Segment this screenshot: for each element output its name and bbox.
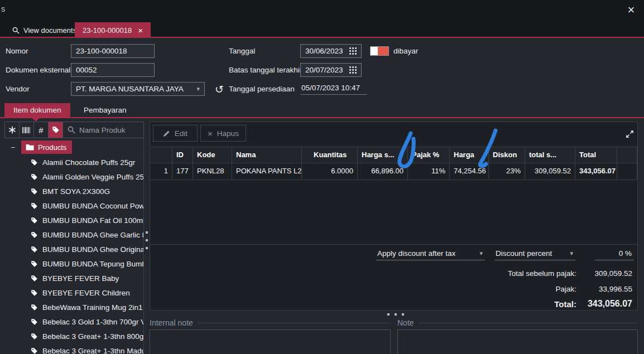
tree-item[interactable]: BUMBU BUNDA Fat Oil 100ml <box>4 213 143 227</box>
item-table-panel: Edit × Hapus ID Kode Nama Kuantitas Harg… <box>150 122 638 311</box>
tab-close-icon[interactable]: × <box>138 26 143 35</box>
nomor-label: Nomor <box>6 47 28 55</box>
filter-all-button[interactable] <box>5 122 20 138</box>
caret-down-icon: ▾ <box>570 250 573 257</box>
internal-note-label: Internal note <box>150 318 193 327</box>
vendor-select[interactable]: PT. MARGA NUSANTARA JAYA ▾ <box>71 82 205 96</box>
batas-tanggal-input[interactable]: 20/07/2023 <box>300 63 362 77</box>
tree-item[interactable]: Bebelac 3 Gold 1-3thn 700gr Van <box>4 314 143 329</box>
note-textarea[interactable] <box>397 329 638 354</box>
product-search-input[interactable]: Nama Produk <box>63 122 143 138</box>
divider <box>198 323 391 323</box>
tag-icon <box>31 260 38 268</box>
tanggal-input[interactable]: 30/06/2023 <box>300 44 362 58</box>
discount-mode-select[interactable]: Apply discount after tax ▾ <box>376 248 485 260</box>
col-kuantitas[interactable]: Kuantitas <box>310 147 358 163</box>
tree-root-label: Products <box>38 143 66 152</box>
tree-item[interactable]: BUMBU BUNDA Ghee Garlic 80g <box>4 227 143 242</box>
tag-icon <box>31 347 38 354</box>
paid-toggle-knob <box>371 47 378 55</box>
tree-item[interactable]: BUMBU BUNDA Ghee Original 80 <box>4 242 143 256</box>
tree-item[interactable]: BebeWawa Training Mug 2in1 30 <box>4 300 143 314</box>
tab-pembayaran[interactable]: Pembayaran <box>75 103 136 117</box>
folder-icon <box>26 144 34 151</box>
paid-toggle[interactable] <box>370 46 389 56</box>
section-tabstrip: Item dokumen Pembayaran <box>0 103 644 118</box>
tree-item[interactable]: BYEBYE FEVER Children <box>4 285 143 300</box>
discount-type-select[interactable]: Discount percent ▾ <box>494 248 575 260</box>
tag-icon <box>31 217 38 224</box>
col-pajak[interactable]: Pajak % <box>408 147 450 163</box>
tree-item[interactable]: BMT SOYA 2X300G <box>4 184 143 198</box>
calendar-icon <box>349 66 357 74</box>
tree-root-products[interactable]: Products <box>21 140 72 154</box>
tag-icon <box>31 333 38 340</box>
tag-icon <box>31 231 38 239</box>
tanggal-label: Tanggal <box>229 47 255 55</box>
col-diskon[interactable]: Diskon <box>489 147 525 163</box>
tree-item[interactable]: BYEBYE FEVER Baby <box>4 271 143 285</box>
tag-icon <box>31 318 38 326</box>
col-kode[interactable]: Kode <box>193 147 232 163</box>
tax-value: 33,996.55 <box>556 285 632 293</box>
items-table: ID Kode Nama Kuantitas Harga s... Pajak … <box>150 147 637 180</box>
product-search-placeholder: Nama Produk <box>79 126 126 134</box>
tree-item[interactable]: BUMBU BUNDA Tepung Bumbu S <box>4 256 143 271</box>
hash-icon: # <box>39 125 43 135</box>
tree-item[interactable]: Bebelac 3 Great+ 1-3thn Madu 1 <box>4 343 143 354</box>
table-row[interactable]: 1 177 PKNL28 POKANA PANTS L28 6.0000 66,… <box>150 163 637 180</box>
tag-icon <box>31 173 38 181</box>
tree-item[interactable]: Bebelac 3 Great+ 1-3thn 800gr M <box>4 329 143 343</box>
collapse-icon[interactable]: − <box>4 143 21 152</box>
tree-item[interactable]: Alamii Chocolate Puffs 25gr <box>4 155 143 169</box>
tree-root-row[interactable]: − Products <box>4 140 143 154</box>
tab-item-dokumen[interactable]: Item dokumen <box>4 103 70 117</box>
vendor-label: Vendor <box>6 85 30 93</box>
vendor-refresh-icon[interactable]: ↺ <box>215 83 224 96</box>
horizontal-splitter-handle[interactable] <box>387 313 404 317</box>
dokumen-eksternal-input[interactable]: 00052 <box>71 63 155 77</box>
total-value: 343,056.07 <box>556 299 632 309</box>
tree-items: Alamii Chocolate Puffs 25gr Alamii Golde… <box>4 155 143 354</box>
col-id[interactable]: ID <box>172 147 193 163</box>
tab-view-documents[interactable]: View documents <box>4 22 84 38</box>
nomor-input[interactable]: 23-100-000018 <box>71 44 155 58</box>
tanggal-persediaan-label: Tanggal persediaan <box>229 85 295 93</box>
paid-label: dibayar <box>393 47 418 55</box>
caret-down-icon: ▾ <box>479 250 483 257</box>
vertical-splitter-handle[interactable] <box>144 231 150 249</box>
tab-view-documents-label: View documents <box>23 26 76 35</box>
document-form: Nomor 23-100-000018 Dokumen eksternal 00… <box>0 38 644 103</box>
product-tree: − Products Alamii Chocolate Puffs 25gr A… <box>4 139 143 354</box>
col-nama[interactable]: Nama <box>232 147 302 163</box>
filter-id-button[interactable]: # <box>34 122 49 138</box>
tag-icon <box>52 126 60 134</box>
expand-icon <box>626 130 634 138</box>
expand-table-button[interactable] <box>623 128 636 140</box>
tree-item[interactable]: Alamii Golden Veggie Puffs 25gr <box>4 169 143 184</box>
tag-icon <box>31 246 38 253</box>
window-close-button[interactable]: × <box>622 2 641 18</box>
tree-item[interactable]: BUMBU BUNDA Coconut Powder <box>4 198 143 213</box>
discount-value-input[interactable]: 0 % <box>595 248 634 260</box>
col-harga[interactable]: Harga <box>450 147 489 163</box>
filter-tag-button[interactable] <box>49 122 63 138</box>
x-icon: × <box>208 129 213 138</box>
col-total-sebelum[interactable]: total s... <box>525 147 575 163</box>
filter-barcode-button[interactable] <box>20 122 34 138</box>
product-sidebar: # Nama Produk − Products Alamii Chocolat… <box>4 122 144 354</box>
edit-button[interactable]: Edit <box>153 125 198 142</box>
tanggal-persediaan-value: 05/07/2023 10:47 <box>300 83 367 95</box>
totals-summary: Apply discount after tax ▾ Discount perc… <box>150 244 637 310</box>
dokumen-eksternal-label: Dokumen eksternal <box>6 66 70 74</box>
search-icon <box>68 126 75 134</box>
col-total[interactable]: Total <box>575 147 617 163</box>
vendor-caret-icon: ▾ <box>196 85 200 93</box>
asterisk-icon <box>8 126 16 134</box>
tag-icon <box>31 275 38 282</box>
internal-note-group: Internal note <box>150 318 391 354</box>
delete-button[interactable]: × Hapus <box>200 125 246 142</box>
col-harga-satuan[interactable]: Harga s... <box>358 147 408 163</box>
internal-note-textarea[interactable] <box>150 329 391 354</box>
tab-active-document[interactable]: 23-100-000018 × <box>75 22 151 38</box>
